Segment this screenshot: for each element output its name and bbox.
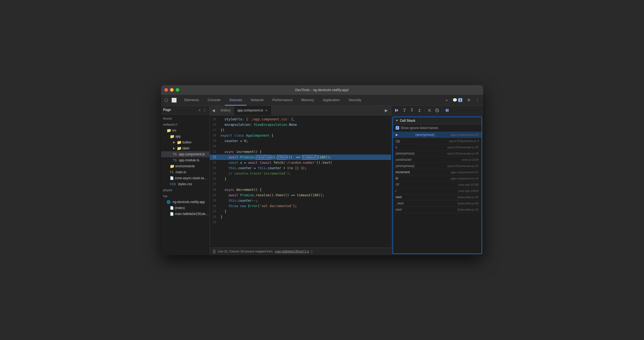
sidebar-more-icon[interactable]: » [197, 107, 201, 113]
editor-tab-app-component[interactable]: app.component.ts × [234, 106, 272, 115]
tab-elements[interactable]: Elements [180, 95, 203, 105]
tree-item-environments[interactable]: 📁 environments [161, 163, 210, 169]
tab-memory[interactable]: Memory [297, 95, 318, 105]
tree-item-zone[interactable]: 📄 zone-async-stack-ta… [161, 175, 210, 181]
pause-button[interactable] [444, 107, 450, 114]
sidebar-menu-icon[interactable]: ⋮ [202, 107, 207, 113]
editor-back-button[interactable]: ◀ [210, 106, 217, 115]
tree-item-button[interactable]: ▶ 📁 button [161, 139, 210, 145]
cs-file-location: Subscriber.js:91 [457, 195, 479, 199]
folder-icon: 📁 [170, 164, 174, 168]
code-line-28: 28 async decrement() { [210, 187, 391, 193]
tree-item-src[interactable]: 📁 src [161, 127, 210, 133]
step-into-button[interactable] [409, 107, 415, 114]
tree-item-styles-css[interactable]: CSS styles.css [161, 181, 210, 187]
notification-button[interactable]: 💬 1 [451, 97, 464, 103]
title-bar: DevTools - ng-devtools.netlify.app/ [161, 85, 483, 95]
content-area: Page » ⋮ thored webpack:// 📁 src 📁 app [161, 106, 483, 255]
traffic-lights [164, 88, 179, 92]
tree-item-top[interactable]: top [161, 193, 210, 199]
code-line-16: 16 encapsulation: ViewEncapsulation.None [210, 122, 391, 127]
sources-sidebar: Page » ⋮ thored webpack:// 📁 src 📁 app [161, 106, 210, 255]
close-button[interactable] [164, 88, 168, 92]
tree-label: top [163, 194, 167, 198]
cursor-icon[interactable]: ⬡ [163, 97, 169, 104]
main-tabs: ⬡ ⬜ Elements Console Sources Network Per… [161, 95, 483, 106]
call-stack-item-1[interactable]: Qg asyncToGenerator.js:3 [393, 138, 482, 144]
editor-toolbar-right: ▶ [382, 106, 391, 115]
collapse-arrow-icon: ▼ [396, 119, 398, 122]
call-stack-header[interactable]: ▼ Call Stack [393, 117, 482, 124]
tree-item-label[interactable]: ▶ 📁 label [161, 145, 210, 151]
tab-performance[interactable]: Performance [268, 95, 297, 105]
cs-function-name: increment [396, 170, 410, 174]
tab-security[interactable]: Security [344, 95, 366, 105]
call-stack-item-6[interactable]: increment app.component.ts:21 [393, 169, 482, 175]
cs-file-location: app.component.ts:22 [451, 133, 479, 136]
format-button[interactable]: {} [213, 249, 216, 254]
tree-item-main-ts[interactable]: TS main.ts [161, 169, 210, 175]
code-line-20: 20 [210, 144, 391, 149]
cs-file-location: Subscriber.js:60 [457, 202, 479, 205]
tree-item-app-component-ts[interactable]: TS app.component.ts [161, 151, 210, 157]
code-editor[interactable]: 15 styleUrls: ['./app.component.css' ], … [210, 116, 391, 248]
tree-item-thored[interactable]: thored [161, 116, 210, 121]
cs-function-name: next [396, 195, 402, 199]
tree-item-app-module-ts[interactable]: TS app.module.ts [161, 157, 210, 163]
play-icon[interactable]: ▶ [384, 107, 389, 114]
device-icon[interactable]: ⬜ [170, 97, 178, 104]
call-stack-item-5[interactable]: (anonymous) asyncToGenerator.js:21 [393, 163, 482, 169]
call-stack-item-0[interactable]: ▶ (anonymous) app.component.ts:22 [393, 132, 482, 138]
more-options-button[interactable]: ⋮ [474, 97, 481, 103]
minimize-button[interactable] [170, 88, 174, 92]
step-out-button[interactable] [416, 107, 423, 114]
source-map-link[interactable]: main.fa8bfa0e23f1eb71.js [275, 250, 309, 253]
tree-label: src [172, 129, 177, 132]
code-line-22: 22 await Promise.resolve().then(() => ti… [210, 155, 391, 160]
folder-icon: 📁 [167, 128, 171, 133]
tab-console[interactable]: Console [203, 95, 225, 105]
no-pause-on-exceptions-button[interactable] [434, 107, 440, 114]
tree-item-index[interactable]: 📄 (index) [161, 205, 210, 211]
tree-label: app.module.ts [179, 158, 199, 162]
close-tab-icon[interactable]: × [265, 108, 268, 113]
svg-marker-4 [404, 111, 405, 112]
call-stack-item-10[interactable]: next Subscriber.js:91 [393, 194, 482, 200]
show-ignored-frames-row: Show ignore-listed frames [393, 124, 482, 132]
tree-item-main-bundle[interactable]: 📄 main.fa8bfa0e23f1eb… [161, 211, 210, 217]
editor-tab-label: (index) [221, 108, 231, 112]
cs-function-name: Of [396, 183, 399, 187]
call-stack-item-3[interactable]: (anonymous) asyncToGenerator.js:32 [393, 150, 482, 157]
tree-label: ng-devtools.netlify.app [173, 200, 205, 204]
call-stack-item-2[interactable]: s asyncToGenerator.js:25 [393, 144, 482, 150]
editor-tabs-bar: ◀ (index) app.component.ts × ▶ [210, 106, 391, 116]
editor-tab-index[interactable]: (index) [217, 106, 234, 115]
call-stack-item-8[interactable]: Of core.mjs:15780 [393, 182, 482, 188]
tab-application[interactable]: Application [318, 95, 344, 105]
deactivate-breakpoints-button[interactable] [426, 107, 433, 114]
code-line-19: 19 counter = 0; [210, 138, 391, 144]
tab-network[interactable]: Network [246, 95, 268, 105]
tree-item-webpack[interactable]: webpack:// [161, 121, 210, 127]
step-over-button[interactable] [401, 107, 408, 114]
code-line-26: 26 } [210, 176, 391, 182]
call-stack-item-12[interactable]: next Subscriber.js:31 [393, 207, 482, 213]
settings-button[interactable]: ⚙ [466, 97, 472, 103]
call-stack-item-4[interactable]: constructor zone.js:1429 [393, 157, 482, 163]
tree-item-app[interactable]: 📁 app [161, 133, 210, 139]
call-stack-item-11[interactable]: _next Subscriber.js:60 [393, 200, 482, 207]
show-ignored-frames-checkbox[interactable] [396, 126, 399, 130]
tabs-end: » 💬 1 ⚙ ⋮ [442, 95, 483, 105]
tree-label: environments [175, 164, 195, 168]
call-stack-item-9[interactable]: i core.mjs:15815 [393, 188, 482, 194]
cs-file-location: asyncToGenerator.js:25 [447, 146, 479, 149]
tree-item-ng-devtools[interactable]: 🌐 ng-devtools.netlify.app [161, 199, 210, 205]
cs-file-location: core.mjs:15815 [458, 189, 479, 193]
more-tabs-button[interactable]: » [444, 97, 450, 103]
resume-button[interactable] [393, 107, 400, 114]
call-stack-panel: ▼ Call Stack Show ignore-listed frames ▶… [392, 117, 482, 254]
maximize-button[interactable] [176, 88, 179, 92]
tab-sources[interactable]: Sources [225, 95, 246, 105]
tree-item-ployed[interactable]: ployed [161, 187, 210, 193]
call-stack-item-7[interactable]: i0 app.component.ts:13 [393, 175, 482, 182]
